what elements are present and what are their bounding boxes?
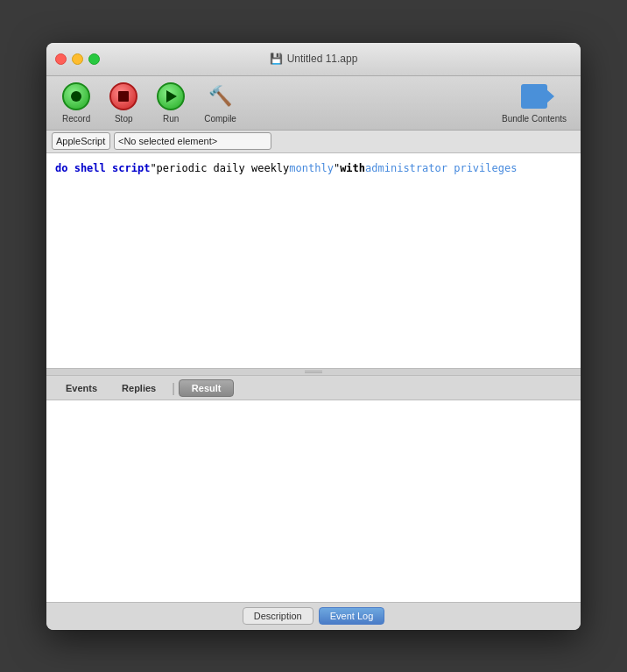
language-dropdown[interactable]: AppleScript bbox=[52, 132, 110, 150]
record-button[interactable]: Record bbox=[53, 77, 99, 129]
stop-label: Stop bbox=[115, 114, 133, 124]
compile-icon: 🔨 bbox=[207, 82, 235, 110]
string-close: " bbox=[334, 160, 340, 176]
link-admin: administrator privileges bbox=[365, 160, 517, 176]
language-dropdown-wrapper: AppleScript bbox=[52, 132, 110, 150]
bundle-contents-button[interactable]: Bundle Contents bbox=[495, 77, 574, 129]
record-icon bbox=[62, 82, 90, 110]
eventlog-tab[interactable]: Event Log bbox=[319, 607, 385, 625]
resize-indicator bbox=[305, 371, 322, 373]
close-button[interactable] bbox=[55, 53, 67, 65]
description-tab[interactable]: Description bbox=[243, 607, 314, 625]
app-window: 💾 Untitled 11.app Record Stop Run 🔨 Comp… bbox=[46, 43, 581, 630]
compile-label: Compile bbox=[204, 114, 236, 124]
bundle-icon bbox=[520, 82, 548, 110]
log-area bbox=[46, 400, 581, 602]
resize-handle[interactable] bbox=[46, 369, 581, 376]
stop-button[interactable]: Stop bbox=[101, 77, 146, 129]
record-label: Record bbox=[62, 114, 90, 124]
traffic-lights bbox=[55, 53, 100, 65]
run-icon bbox=[157, 82, 185, 110]
compile-button[interactable]: 🔨 Compile bbox=[195, 77, 245, 129]
code-line-1: do shell script "periodic daily weekly m… bbox=[55, 160, 572, 176]
minimize-button[interactable] bbox=[72, 53, 83, 65]
maximize-button[interactable] bbox=[88, 53, 100, 65]
element-dropdown[interactable]: <No selected element> bbox=[114, 132, 271, 150]
code-editor[interactable]: do shell script "periodic daily weekly m… bbox=[46, 153, 581, 370]
save-icon: 💾 bbox=[270, 53, 283, 65]
keyword-monthly: monthly bbox=[289, 160, 334, 176]
tab-result[interactable]: Result bbox=[179, 379, 235, 397]
log-tab-bar: Events Replies | Result bbox=[46, 376, 581, 400]
bundle-label: Bundle Contents bbox=[502, 114, 567, 124]
tab-replies[interactable]: Replies bbox=[109, 379, 168, 397]
string-part1: "periodic daily weekly bbox=[150, 160, 289, 176]
run-button[interactable]: Run bbox=[148, 77, 194, 129]
keyword-do: do shell script bbox=[55, 160, 150, 176]
toolbar: Record Stop Run 🔨 Compile Bundle Content… bbox=[46, 76, 581, 131]
tab-separator: | bbox=[168, 381, 179, 395]
element-dropdown-wrapper: <No selected element> bbox=[114, 132, 271, 150]
tab-events[interactable]: Events bbox=[53, 379, 109, 397]
selector-bar: AppleScript <No selected element> bbox=[46, 131, 581, 153]
bottom-bar: Description Event Log bbox=[46, 602, 581, 630]
run-label: Run bbox=[163, 114, 179, 124]
title-bar: 💾 Untitled 11.app bbox=[46, 43, 581, 76]
stop-icon bbox=[109, 82, 137, 110]
window-title: 💾 Untitled 11.app bbox=[270, 53, 358, 65]
keyword-with: with bbox=[340, 160, 365, 176]
